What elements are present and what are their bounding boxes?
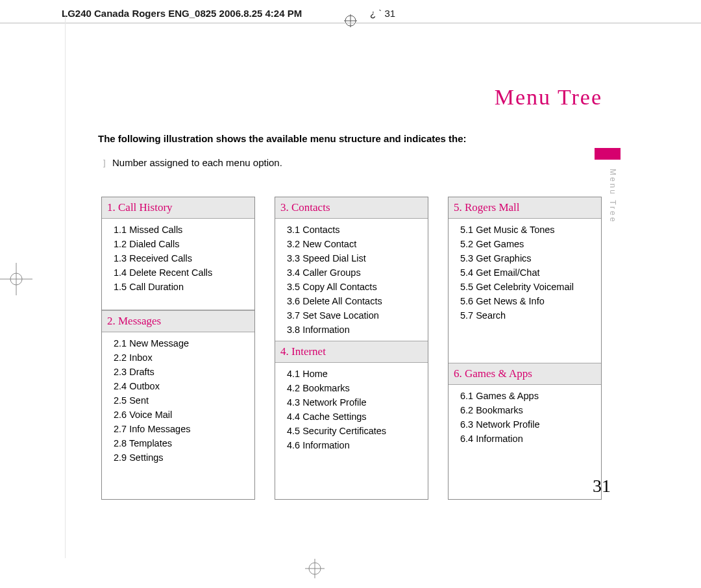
section-spacer — [102, 298, 254, 310]
intro-bold-text: The following illustration shows the ava… — [98, 133, 467, 144]
page-title: Menu Tree — [495, 85, 602, 110]
menu-item: 2.4 Outbox — [114, 379, 249, 393]
section-padding — [449, 326, 601, 363]
menu-item: 2.3 Drafts — [114, 365, 249, 379]
menu-section-items: 3.1 Contacts3.2 New Contact3.3 Speed Dia… — [275, 219, 428, 341]
menu-item: 3.4 Caller Groups — [287, 265, 423, 280]
menu-item: 3.6 Delete All Contacts — [287, 294, 423, 308]
menu-item: 2.8 Templates — [114, 436, 249, 450]
menu-item: 4.5 Security Certificates — [287, 424, 423, 438]
menu-item: 6.3 Network Profile — [460, 417, 596, 432]
menu-item: 4.3 Network Profile — [287, 395, 423, 410]
crop-mark-left-icon — [0, 263, 32, 295]
menu-section-header: 4. Internet — [275, 341, 428, 363]
menu-item: 4.1 Home — [287, 367, 423, 381]
menu-columns: 1. Call History1.1 Missed Calls1.2 Diale… — [101, 197, 602, 500]
menu-item: 5.2 Get Games — [460, 237, 596, 251]
menu-item: 3.2 New Contact — [287, 237, 423, 251]
menu-item: 5.4 Get Email/Chat — [460, 265, 596, 280]
menu-item: 2.5 Sent — [114, 393, 249, 408]
menu-item: 4.6 Information — [287, 438, 423, 452]
menu-column: 5. Rogers Mall5.1 Get Music & Tones5.2 G… — [448, 197, 602, 500]
menu-item: 5.5 Get Celebrity Voicemail — [460, 280, 596, 294]
menu-section-items: 4.1 Home4.2 Bookmarks4.3 Network Profile… — [275, 363, 428, 456]
menu-item: 2.2 Inbox — [114, 350, 249, 365]
menu-item: 4.4 Cache Settings — [287, 410, 423, 424]
menu-item: 3.3 Speed Dial List — [287, 251, 423, 265]
menu-item: 5.3 Get Graphics — [460, 251, 596, 265]
menu-item: 6.2 Bookmarks — [460, 403, 596, 417]
menu-section-header: 5. Rogers Mall — [449, 197, 601, 219]
menu-section-items: 1.1 Missed Calls1.2 Dialed Calls1.3 Rece… — [102, 219, 254, 298]
menu-item: 1.2 Dialed Calls — [114, 237, 249, 251]
menu-item: 1.4 Delete Recent Calls — [114, 265, 249, 280]
menu-section-header: 2. Messages — [102, 310, 254, 332]
menu-item: 5.7 Search — [460, 308, 596, 323]
page-number: 31 — [593, 476, 611, 496]
bullet-icon: ] — [103, 158, 106, 167]
menu-section-header: 6. Games & Apps — [449, 363, 601, 385]
menu-section-items: 5.1 Get Music & Tones5.2 Get Games5.3 Ge… — [449, 219, 601, 326]
menu-item: 3.7 Set Save Location — [287, 308, 423, 323]
side-accent-bar — [595, 148, 621, 160]
menu-item: 3.5 Copy All Contacts — [287, 280, 423, 294]
page-frame: Menu Tree The following illustration sho… — [65, 16, 627, 558]
menu-item: 2.7 Info Messages — [114, 422, 249, 436]
menu-item: 1.5 Call Duration — [114, 280, 249, 294]
menu-item: 4.2 Bookmarks — [287, 381, 423, 395]
menu-section-header: 1. Call History — [102, 197, 254, 219]
menu-item: 5.6 Get News & Info — [460, 294, 596, 308]
menu-section-items: 6.1 Games & Apps6.2 Bookmarks6.3 Network… — [449, 385, 601, 450]
menu-section-header: 3. Contacts — [275, 197, 428, 219]
menu-item: 6.4 Information — [460, 432, 596, 446]
menu-item: 5.1 Get Music & Tones — [460, 223, 596, 237]
menu-item: 1.3 Received Calls — [114, 251, 249, 265]
menu-column: 3. Contacts3.1 Contacts3.2 New Contact3.… — [275, 197, 428, 500]
menu-column: 1. Call History1.1 Missed Calls1.2 Diale… — [101, 197, 255, 500]
menu-item: 6.1 Games & Apps — [460, 389, 596, 403]
crop-mark-bottom-icon — [305, 559, 325, 578]
menu-item: 3.8 Information — [287, 323, 423, 337]
menu-item: 3.1 Contacts — [287, 223, 423, 237]
menu-section-items: 2.1 New Message2.2 Inbox2.3 Drafts2.4 Ou… — [102, 332, 254, 469]
menu-item: 2.9 Settings — [114, 450, 249, 465]
menu-item: 2.1 New Message — [114, 336, 249, 350]
intro-line-text: Number assigned to each menu option. — [112, 157, 282, 168]
side-section-label: Menu Tree — [608, 169, 617, 223]
menu-item: 1.1 Missed Calls — [114, 223, 249, 237]
menu-item: 2.6 Voice Mail — [114, 408, 249, 422]
